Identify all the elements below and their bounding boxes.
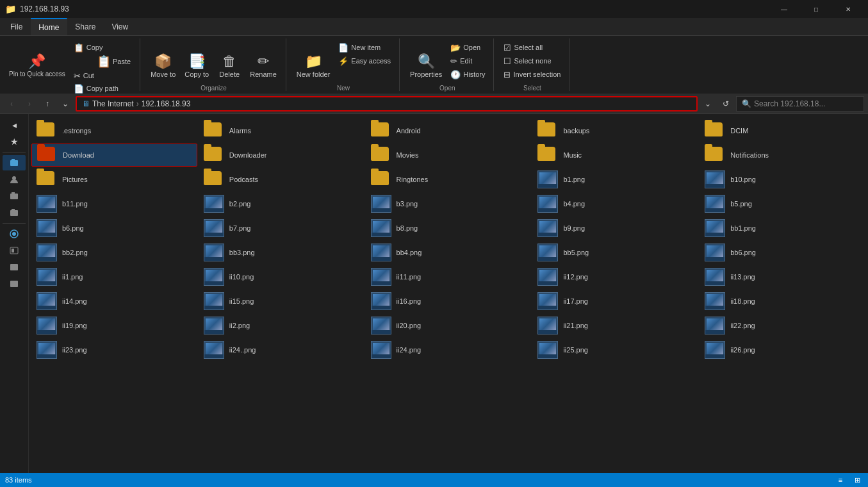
sidebar-item-8[interactable]: [3, 276, 26, 292]
search-box[interactable]: 🔍 Search 192.168.18...: [736, 96, 864, 111]
move-to-button[interactable]: 📦 Move to: [147, 41, 179, 81]
list-item[interactable]: ii15.png: [199, 290, 364, 313]
list-item[interactable]: ii2.png: [199, 314, 364, 337]
list-item[interactable]: ii25.png: [532, 338, 698, 361]
list-item[interactable]: Pictures: [31, 168, 197, 191]
list-item[interactable]: ii19.png: [31, 314, 197, 337]
list-item[interactable]: ii16.png: [366, 290, 532, 313]
list-item[interactable]: Alarms: [199, 119, 364, 142]
list-item[interactable]: b5.png: [700, 192, 865, 215]
view-tiles-button[interactable]: ⊞: [851, 474, 863, 486]
up-button[interactable]: ↑: [40, 96, 55, 111]
maximize-button[interactable]: □: [801, 0, 831, 18]
list-item[interactable]: DCIM: [700, 119, 865, 142]
list-item[interactable]: ii12.png: [532, 265, 698, 288]
delete-button[interactable]: 🗑 Delete: [214, 41, 245, 81]
back-button[interactable]: ‹: [4, 96, 19, 111]
list-item[interactable]: ii26.png: [700, 338, 865, 361]
list-item[interactable]: ii18.png: [700, 290, 865, 313]
dropdown-button[interactable]: ⌄: [700, 96, 716, 111]
paste-button[interactable]: 📋 Paste: [70, 54, 135, 69]
list-item[interactable]: ii14.png: [31, 290, 197, 313]
list-item[interactable]: ii21.png: [532, 314, 698, 337]
list-item[interactable]: bb1.png: [700, 217, 865, 240]
list-item[interactable]: b2.png: [199, 192, 364, 215]
new-folder-button[interactable]: 📁 New folder: [293, 41, 334, 81]
cut-button[interactable]: ✂ Cut: [70, 69, 135, 82]
list-item[interactable]: Android: [366, 119, 532, 142]
list-item[interactable]: Notifications: [700, 144, 865, 167]
select-none-button[interactable]: ☐ Select none: [500, 54, 564, 67]
list-item[interactable]: bb2.png: [31, 241, 197, 264]
list-item[interactable]: bb4.png: [366, 241, 532, 264]
list-item[interactable]: b3.png: [366, 192, 532, 215]
select-all-button[interactable]: ☑ Select all: [500, 41, 564, 54]
tab-view[interactable]: View: [104, 18, 136, 35]
close-button[interactable]: ✕: [833, 0, 863, 18]
new-item-button[interactable]: 📄 New item: [335, 41, 394, 54]
list-item[interactable]: b11.png: [31, 192, 197, 215]
sidebar-item-3[interactable]: [3, 188, 26, 204]
list-item[interactable]: backups: [532, 119, 698, 142]
list-item[interactable]: ii13.png: [700, 265, 865, 288]
sidebar-item-4[interactable]: [3, 205, 26, 220]
edit-button[interactable]: ✏ Edit: [447, 54, 488, 67]
list-item[interactable]: b1.png: [532, 168, 698, 191]
tab-home[interactable]: Home: [31, 18, 67, 35]
recent-button[interactable]: ⌄: [58, 96, 73, 111]
list-item[interactable]: ii11.png: [366, 265, 532, 288]
list-item[interactable]: Movies: [366, 144, 532, 167]
list-item[interactable]: ii22.png: [700, 314, 865, 337]
list-item[interactable]: Music: [532, 144, 698, 167]
file-area[interactable]: .estrongsAlarmsAndroidbackupsDCIMDownloa…: [29, 114, 868, 473]
list-item[interactable]: ii24.png: [366, 338, 532, 361]
rename-button[interactable]: ✏ Rename: [246, 41, 281, 81]
history-button[interactable]: 🕐 History: [447, 68, 488, 81]
list-item[interactable]: Downloader: [199, 144, 364, 167]
sidebar-item-back[interactable]: ◂: [3, 117, 26, 133]
file-name: bb1.png: [730, 224, 860, 232]
list-item[interactable]: ii23.png: [31, 338, 197, 361]
properties-button[interactable]: 🔍 Properties: [406, 41, 446, 81]
address-path[interactable]: 🖥 The Internet › 192.168.18.93: [76, 96, 698, 111]
sidebar-item-5[interactable]: [3, 226, 26, 242]
list-item[interactable]: ii1.png: [31, 265, 197, 288]
list-item[interactable]: Ringtones: [366, 168, 532, 191]
list-item[interactable]: b10.png: [700, 168, 865, 191]
list-item[interactable]: b8.png: [366, 217, 532, 240]
open-button[interactable]: 📂 Open: [447, 41, 488, 54]
copy-button[interactable]: 📋 Copy: [70, 41, 135, 54]
list-item[interactable]: b4.png: [532, 192, 698, 215]
list-item[interactable]: ii24..png: [199, 338, 364, 361]
copy-to-button[interactable]: 📑 Copy to: [181, 41, 213, 81]
file-name: ii2.png: [229, 322, 359, 329]
tab-file[interactable]: File: [3, 18, 31, 35]
list-item[interactable]: ii10.png: [199, 265, 364, 288]
list-item[interactable]: Download: [31, 144, 197, 167]
refresh-button[interactable]: ↺: [718, 96, 733, 111]
easy-access-button[interactable]: ⚡ Easy access: [335, 54, 394, 67]
sidebar-item-6[interactable]: [3, 243, 26, 258]
minimize-button[interactable]: —: [769, 0, 799, 18]
list-item[interactable]: ii17.png: [532, 290, 698, 313]
tab-share[interactable]: Share: [67, 18, 104, 35]
sidebar-item-1[interactable]: [3, 155, 26, 170]
file-name: b4.png: [563, 200, 693, 208]
list-item[interactable]: bb6.png: [700, 241, 865, 264]
copy-path-button[interactable]: 📄 Copy path: [70, 82, 135, 95]
sidebar-item-7[interactable]: [3, 260, 26, 275]
sidebar-item-2[interactable]: [3, 172, 26, 187]
list-item[interactable]: .estrongs: [31, 119, 197, 142]
list-item[interactable]: ii20.png: [366, 314, 532, 337]
list-item[interactable]: bb3.png: [199, 241, 364, 264]
list-item[interactable]: Podcasts: [199, 168, 364, 191]
forward-button[interactable]: ›: [22, 96, 37, 111]
sidebar-item-star[interactable]: ★: [3, 134, 26, 149]
pin-quick-access-button[interactable]: 📌 Pin to Quick access: [5, 41, 69, 81]
list-item[interactable]: b6.png: [31, 217, 197, 240]
list-item[interactable]: b9.png: [532, 217, 698, 240]
view-details-button[interactable]: ≡: [835, 474, 846, 486]
invert-selection-button[interactable]: ⊟ Invert selection: [500, 68, 564, 81]
list-item[interactable]: bb5.png: [532, 241, 698, 264]
list-item[interactable]: b7.png: [199, 217, 364, 240]
